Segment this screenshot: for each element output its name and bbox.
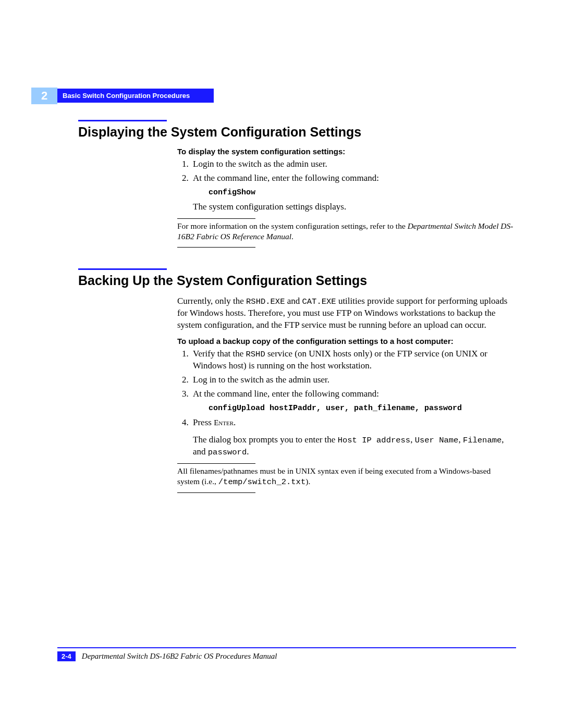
step-item: Login to the switch as the admin user.	[191, 158, 513, 170]
dialog-sep: ,	[458, 435, 463, 445]
section-rule	[78, 268, 167, 270]
code-inline: Host IP address	[338, 436, 411, 445]
code-inline: CAT.EXE	[302, 297, 336, 306]
note-rule-bottom	[177, 247, 255, 248]
steps-list: Login to the switch as the admin user. A…	[177, 158, 513, 213]
section1-body: To display the system configuration sett…	[177, 147, 513, 248]
step-item: Press Enter. The dialog box prompts you …	[191, 417, 513, 458]
note-post: ).	[305, 477, 310, 486]
instruction-heading: To display the system configuration sett…	[177, 147, 513, 156]
section-title: Displaying the System Configuration Sett…	[78, 125, 513, 140]
footer-book-title: Departmental Switch DS-16B2 Fabric OS Pr…	[82, 652, 277, 660]
step-post: .	[234, 417, 236, 427]
code-inline: RSHD.EXE	[246, 297, 285, 306]
note-rule-top	[177, 218, 255, 219]
step-item: At the command line, enter the following…	[191, 172, 513, 213]
section2-body: Currently, only the RSHD.EXE and CAT.EXE…	[177, 295, 513, 493]
section-backing-up: Backing Up the System Configuration Sett…	[78, 268, 513, 493]
intro-paragraph: Currently, only the RSHD.EXE and CAT.EXE…	[177, 295, 513, 331]
chapter-header: Basic Switch Configuration Procedures	[57, 89, 214, 103]
note-prefix: For more information on the system confi…	[177, 221, 408, 230]
command-code: configShow	[209, 188, 513, 198]
section-rule	[78, 120, 167, 121]
step-pre: Verify that the	[193, 349, 246, 359]
intro-mid: and	[285, 296, 302, 306]
dialog-pre: The dialog box prompts you to enter the	[193, 435, 338, 445]
page: 2 Basic Switch Configuration Procedures …	[0, 0, 563, 728]
note-text: For more information on the system confi…	[177, 221, 513, 242]
step-text: At the command line, enter the following…	[193, 389, 379, 399]
page-footer: 2-4 Departmental Switch DS-16B2 Fabric O…	[57, 647, 516, 661]
code-inline: User Name	[415, 436, 459, 445]
code-inline: /temp/switch_2.txt	[218, 477, 305, 487]
step-item: Verify that the RSHD service (on UNIX ho…	[191, 348, 513, 372]
code-inline: password	[208, 448, 247, 457]
key-name: Enter	[214, 418, 234, 427]
section-title: Backing Up the System Configuration Sett…	[78, 273, 513, 288]
dialog-text: The dialog box prompts you to enter the …	[193, 434, 513, 458]
page-number: 2-4	[57, 651, 76, 661]
step-pre: Press	[193, 417, 214, 427]
step-item: At the command line, enter the following…	[191, 388, 513, 414]
note-rule-bottom	[177, 492, 255, 493]
dialog-sep: ,	[410, 435, 415, 445]
code-inline: RSHD	[246, 350, 265, 359]
code-inline: Filename	[463, 436, 501, 445]
content-area: Displaying the System Configuration Sett…	[78, 120, 513, 514]
steps-list: Verify that the RSHD service (on UNIX ho…	[177, 348, 513, 458]
step-text: At the command line, enter the following…	[193, 173, 379, 183]
note-suffix: .	[291, 232, 293, 241]
instruction-heading: To upload a backup copy of the configura…	[177, 337, 513, 346]
step-item: Log in to the switch as the admin user.	[191, 374, 513, 386]
note-rule-top	[177, 463, 255, 464]
note-text: All filenames/pathnames must be in UNIX …	[177, 466, 513, 487]
chapter-number-tab: 2	[31, 88, 57, 104]
command-code: configUpload hostIPaddr, user, path_file…	[209, 403, 513, 414]
dialog-post: .	[247, 447, 249, 456]
section-displaying: Displaying the System Configuration Sett…	[78, 120, 513, 248]
result-text: The system configuration settings displa…	[193, 201, 513, 213]
intro-pre: Currently, only the	[177, 296, 246, 306]
